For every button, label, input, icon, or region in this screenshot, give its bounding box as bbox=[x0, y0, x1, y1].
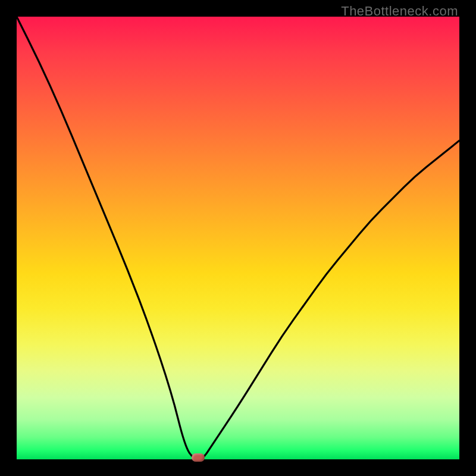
optimal-marker bbox=[192, 453, 205, 462]
plot-area bbox=[17, 17, 459, 459]
chart-frame: TheBottleneck.com bbox=[0, 0, 476, 476]
bottleneck-curve bbox=[17, 17, 459, 459]
